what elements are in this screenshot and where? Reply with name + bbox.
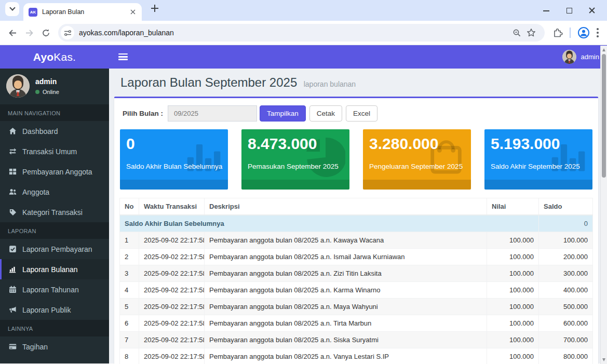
sidebar-username: admin [35,77,59,86]
new-tab-button[interactable] [148,2,161,15]
stat-label: Pemasukan September 2025 [248,163,343,170]
navbar-username: admin [581,53,599,61]
tune-icon [64,29,72,37]
page-header: Laporan Bulan September 2025 laporan bul… [120,75,598,90]
maximize-button[interactable] [565,7,573,14]
column-header: Saldo [539,198,593,215]
star-icon [527,28,536,37]
table-row: 72025-09-02 22:17:58 Pembayaran anggota … [120,332,593,348]
sidebar-item-transaksi-umum[interactable]: Transaksi Umum [0,141,109,161]
app-navbar: AyoKas. admin [0,45,607,69]
sidebar-item-laporan-tahunan[interactable]: Laporan Tahunan [0,279,109,300]
table-row: 42025-09-02 22:17:58 Pembayaran anggota … [120,282,593,299]
avatar [6,74,30,98]
summary-value: 0 [539,215,593,232]
bullhorn-icon [9,306,17,314]
profile-icon[interactable] [577,26,590,39]
toolbar-right [549,26,603,39]
table-row: 82025-09-02 22:17:58 Pembayaran anggota … [120,348,593,364]
stat-saldo-akhir: 5.193.000 Saldo Akhir September 2025 [484,129,592,190]
url-text[interactable]: ayokas.com/laporan_bulanan [79,29,509,37]
scroll-up-arrow-icon[interactable] [602,48,605,51]
table-row: 52025-09-02 22:17:58 Pembayaran anggota … [120,299,593,315]
stat-label: Saldo Akhir September 2025 [491,163,586,170]
sidebar-item-tagihan[interactable]: Tagihan [0,336,109,357]
sidebar-item-laporan-bulanan[interactable]: Laporan Bulanan [0,259,109,279]
address-bar[interactable]: ayokas.com/laporan_bulanan [58,24,545,42]
magnifier-icon [512,29,521,37]
sidebar-item-laporan-publik[interactable]: Laporan Publik [0,300,109,320]
filter-row: Pilih Bulan : Tampilkan Cetak Excel [123,105,593,122]
back-button[interactable] [4,24,21,41]
tab-search-button[interactable] [5,2,19,16]
print-button[interactable]: Cetak [309,105,342,122]
stat-saldo-sebelumnya: 0 Saldo Akhir Bulan Sebelumnya [120,129,228,190]
toolbar-divider [570,28,571,38]
month-input[interactable] [168,105,257,122]
reload-button[interactable] [37,24,54,41]
excel-button[interactable]: Excel [346,105,377,122]
sidebar-toggle-button[interactable] [118,53,128,60]
menu-section-header: MAIN NAVIGATION [0,104,109,121]
forward-button[interactable] [21,24,37,41]
stat-footer [120,180,228,190]
browser-toolbar: ayokas.com/laporan_bulanan [0,21,607,45]
tab-title: Laporan Bulan [42,8,128,16]
sidebar-item-laporan-pembayaran[interactable]: Laporan Pembayaran [0,239,109,259]
extensions-icon[interactable] [553,28,563,38]
stat-pemasukan: 8.473.000 Pemasukan September 2025 [241,129,349,190]
show-button[interactable]: Tampilkan [260,105,306,122]
stat-value: 0 [126,134,222,154]
column-header: No [120,198,139,215]
page-subtitle: laporan bulanan [304,80,356,88]
home-icon [9,127,17,135]
close-window-button[interactable] [588,7,596,14]
grid-icon [9,168,17,176]
column-header: Waktu Transaksi [139,198,205,215]
summary-label: Saldo Akhir Bulan Sebelumnya [120,215,539,232]
page-scrollbar[interactable] [600,46,607,364]
site-info-button[interactable] [61,26,74,39]
zoom-indicator-button[interactable] [509,25,524,40]
stat-footer [241,180,349,190]
stat-footer [484,180,592,190]
browser-tab[interactable]: AK Laporan Bulan [23,3,142,21]
column-header: Nilai [487,198,539,215]
credit-card-icon [9,343,17,350]
table-row: 32025-09-02 22:17:58 Pembayaran anggota … [120,265,593,282]
brand-logo[interactable]: AyoKas. [0,51,109,63]
avatar [562,50,576,64]
stat-label: Pengeluaran September 2025 [369,163,465,170]
user-status: Online [35,89,59,95]
menu-section-header: LAPORAN [0,222,109,239]
table-row: 62025-09-02 22:17:58 Pembayaran anggota … [120,315,593,332]
bar-chart-icon [9,265,17,273]
sidebar-item-kategori-transaksi[interactable]: Kategori Transaksi [0,202,109,222]
sidebar-user-panel: admin Online [0,69,109,104]
chevron-down-icon [9,5,15,10]
sidebar-item-pembayaran-anggota[interactable]: Pembayaran Anggota [0,161,109,182]
page-title: Laporan Bulan September 2025 [120,75,297,89]
tag-icon [9,208,17,216]
menu-section-header: LAINNYA [0,320,109,336]
bookmark-button[interactable] [524,25,538,40]
site-favicon: AK [29,8,37,17]
stat-pengeluaran: 3.280.000 Pengeluaran September 2025 [363,129,471,190]
minimize-button[interactable] [543,7,550,14]
sidebar-item-dashboard[interactable]: Dashboard [0,121,109,141]
web-app: AyoKas. admin [0,45,607,363]
browser-menu-button[interactable] [597,28,599,37]
reload-icon [42,29,50,37]
stat-value: 5.193.000 [491,134,586,154]
report-card: Pilih Bulan : Tampilkan Cetak Excel [114,97,598,364]
calendar-icon [9,286,17,293]
month-filter-label: Pilih Bulan : [123,110,163,117]
sidebar-item-anggota[interactable]: Anggota [0,182,109,202]
tab-close-button[interactable] [128,7,138,17]
forward-icon [25,29,34,37]
close-icon [130,9,136,15]
window-controls [543,7,607,14]
scrollbar-thumb[interactable] [602,54,606,178]
scroll-down-arrow-icon[interactable] [602,358,605,361]
table-header-row: No Waktu Transaksi Deskripsi Nilai Saldo [120,198,593,215]
